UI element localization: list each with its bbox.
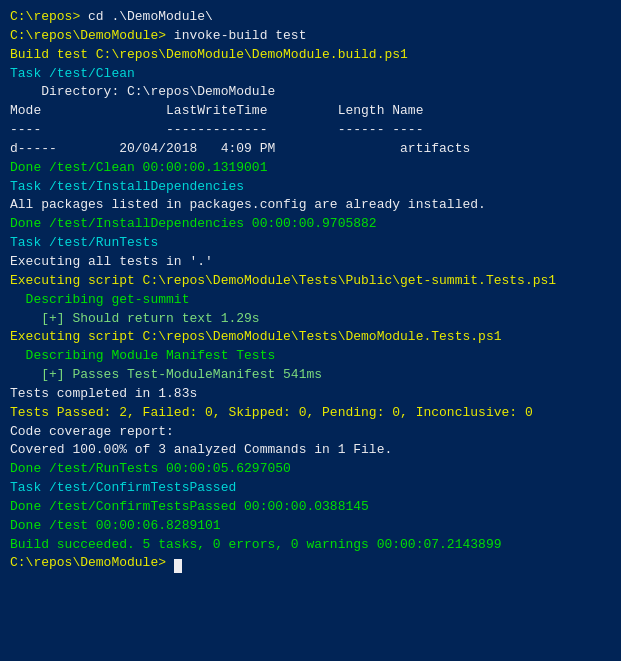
text-segment: Tests Passed: 2, Failed: 0, Skipped: 0, … [10, 405, 533, 420]
terminal-line: Done /test 00:00:06.8289101 [10, 517, 611, 536]
text-segment: Executing all tests in '.' [10, 254, 213, 269]
text-segment: ---- ------------- ------ ---- [10, 122, 423, 137]
text-segment: Task /test/Clean [10, 66, 135, 81]
terminal-line: Done /test/ConfirmTestsPassed 00:00:00.0… [10, 498, 611, 517]
text-segment: Task /test/InstallDependencies [10, 179, 244, 194]
text-segment: Code coverage report: [10, 424, 174, 439]
text-segment: cd .\DemoModule\ [88, 9, 213, 24]
terminal-line: Covered 100.00% of 3 analyzed Commands i… [10, 441, 611, 460]
terminal-line: All packages listed in packages.config a… [10, 196, 611, 215]
terminal-line: Executing script C:\repos\DemoModule\Tes… [10, 272, 611, 291]
text-segment: Done /test/InstallDependencies 00:00:00.… [10, 216, 377, 231]
terminal-line: C:\repos\DemoModule> [10, 554, 611, 573]
terminal-line: C:\repos\DemoModule> invoke-build test [10, 27, 611, 46]
terminal-line: Directory: C:\repos\DemoModule [10, 83, 611, 102]
text-segment: C:\repos\DemoModule> [10, 28, 174, 43]
text-segment: C:\repos> [10, 9, 88, 24]
text-segment: Done /test 00:00:06.8289101 [10, 518, 221, 533]
terminal-line: C:\repos> cd .\DemoModule\ [10, 8, 611, 27]
terminal-line: Task /test/Clean [10, 65, 611, 84]
text-segment: All packages listed in packages.config a… [10, 197, 486, 212]
terminal-line: Done /test/Clean 00:00:00.1319001 [10, 159, 611, 178]
terminal-line: ---- ------------- ------ ---- [10, 121, 611, 140]
terminal-line: Executing all tests in '.' [10, 253, 611, 272]
text-segment: Task /test/RunTests [10, 235, 158, 250]
text-segment: C:\repos\DemoModule> [10, 555, 174, 570]
terminal-line: Task /test/RunTests [10, 234, 611, 253]
terminal-line: Done /test/RunTests 00:00:05.6297050 [10, 460, 611, 479]
text-segment: d----- 20/04/2018 4:09 PM artifacts [10, 141, 470, 156]
text-segment: Executing script C:\repos\DemoModule\Tes… [10, 273, 556, 288]
text-segment: Tests completed in 1.83s [10, 386, 197, 401]
text-segment: Done /test/Clean 00:00:00.1319001 [10, 160, 267, 175]
text-segment: Done /test/ConfirmTestsPassed 00:00:00.0… [10, 499, 369, 514]
text-segment: Describing Module Manifest Tests [10, 348, 275, 363]
terminal-line: Describing Module Manifest Tests [10, 347, 611, 366]
cursor [174, 559, 182, 573]
text-segment: Build succeeded. 5 tasks, 0 errors, 0 wa… [10, 537, 501, 552]
terminal-line: Executing script C:\repos\DemoModule\Tes… [10, 328, 611, 347]
terminal-line: Build test C:\repos\DemoModule\DemoModul… [10, 46, 611, 65]
terminal-line: [+] Passes Test-ModuleManifest 541ms [10, 366, 611, 385]
text-segment: Covered 100.00% of 3 analyzed Commands i… [10, 442, 392, 457]
text-segment: Task /test/ConfirmTestsPassed [10, 480, 236, 495]
text-segment: Directory: C:\repos\DemoModule [10, 84, 275, 99]
terminal-line: Describing get-summit [10, 291, 611, 310]
terminal-line: Code coverage report: [10, 423, 611, 442]
text-segment: Executing script C:\repos\DemoModule\Tes… [10, 329, 501, 344]
terminal-line: Tests completed in 1.83s [10, 385, 611, 404]
terminal-line: Task /test/ConfirmTestsPassed [10, 479, 611, 498]
terminal-line: Mode LastWriteTime Length Name [10, 102, 611, 121]
terminal: C:\repos> cd .\DemoModule\C:\repos\DemoM… [10, 8, 611, 653]
text-segment: Done /test/RunTests 00:00:05.6297050 [10, 461, 291, 476]
text-segment: [+] Passes Test-ModuleManifest 541ms [10, 367, 322, 382]
terminal-line: Build succeeded. 5 tasks, 0 errors, 0 wa… [10, 536, 611, 555]
terminal-line: Done /test/InstallDependencies 00:00:00.… [10, 215, 611, 234]
text-segment: Mode LastWriteTime Length Name [10, 103, 423, 118]
terminal-line: Tests Passed: 2, Failed: 0, Skipped: 0, … [10, 404, 611, 423]
terminal-line: d----- 20/04/2018 4:09 PM artifacts [10, 140, 611, 159]
terminal-line: [+] Should return text 1.29s [10, 310, 611, 329]
terminal-line: Task /test/InstallDependencies [10, 178, 611, 197]
text-segment: invoke-build test [174, 28, 307, 43]
text-segment: Build test C:\repos\DemoModule\DemoModul… [10, 47, 408, 62]
text-segment: Describing get-summit [10, 292, 189, 307]
text-segment: [+] Should return text 1.29s [10, 311, 260, 326]
